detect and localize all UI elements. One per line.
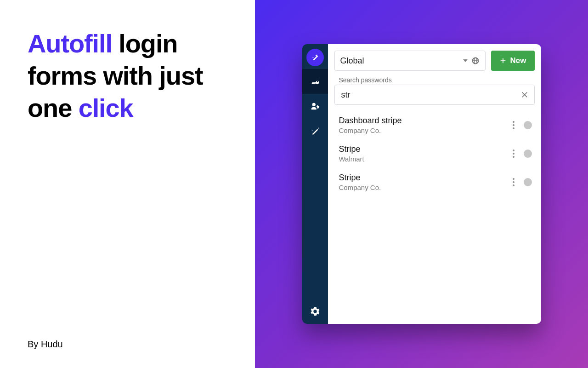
marketing-panel: Autofill login forms with just one click… (0, 0, 255, 368)
headline-accent-2: click (79, 93, 133, 122)
row-menu-button[interactable] (508, 178, 519, 186)
user-key-icon (310, 101, 320, 111)
scope-selected: Global (340, 56, 364, 66)
result-subtitle: Company Co. (339, 184, 503, 191)
row-menu-button[interactable] (508, 121, 519, 129)
row-status-dot[interactable] (524, 150, 532, 158)
wand-sparkle-icon (310, 126, 320, 136)
list-item[interactable]: Stripe Walmart (334, 140, 535, 168)
new-button[interactable]: New (491, 51, 535, 71)
result-title: Dashboard stripe (339, 116, 503, 126)
search-label: Search passwords (334, 75, 535, 85)
list-item[interactable]: Dashboard stripe Company Co. (334, 111, 535, 140)
sidebar (302, 44, 328, 324)
main-pane: Global New Search passwords (328, 44, 541, 324)
hero-gradient: Global New Search passwords (255, 0, 588, 368)
clear-search-button[interactable] (518, 88, 531, 101)
chevron-down-icon (463, 59, 468, 62)
plus-icon (499, 57, 507, 64)
sidebar-item-autofill[interactable] (302, 119, 328, 144)
byline: By Hudu (28, 339, 227, 350)
magic-wand-icon (310, 52, 320, 63)
new-button-label: New (510, 56, 526, 65)
list-item[interactable]: Stripe Company Co. (334, 168, 535, 197)
result-subtitle: Company Co. (339, 126, 503, 134)
key-icon (310, 76, 320, 86)
result-title: Stripe (339, 144, 503, 154)
results-list: Dashboard stripe Company Co. Stripe Walm… (334, 111, 535, 197)
close-icon (520, 91, 529, 99)
result-subtitle: Walmart (339, 155, 503, 163)
scope-dropdown[interactable]: Global (334, 51, 486, 71)
globe-icon (471, 57, 480, 65)
search-box (334, 85, 535, 105)
gear-icon (310, 306, 320, 316)
app-logo[interactable] (306, 49, 324, 66)
sidebar-item-passwords[interactable] (302, 69, 328, 94)
extension-window: Global New Search passwords (302, 44, 541, 324)
row-status-dot[interactable] (524, 121, 532, 129)
row-menu-button[interactable] (508, 150, 519, 158)
headline: Autofill login forms with just one click (28, 28, 227, 124)
top-controls: Global New (334, 51, 535, 71)
headline-accent-1: Autofill (28, 29, 112, 58)
sidebar-item-settings[interactable] (302, 299, 328, 324)
search-input[interactable] (334, 85, 535, 105)
row-status-dot[interactable] (524, 178, 532, 186)
sidebar-item-shared[interactable] (302, 94, 328, 119)
result-title: Stripe (339, 173, 503, 183)
